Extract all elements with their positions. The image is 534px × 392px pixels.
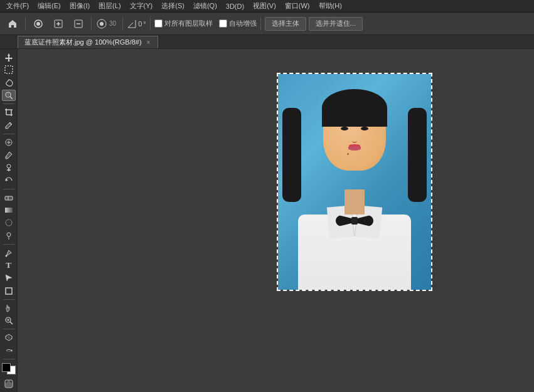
tool-move[interactable] [2, 51, 16, 63]
tab-close-button[interactable]: × [146, 38, 152, 46]
main-area: T [0, 49, 534, 392]
menu-window[interactable]: 窗口(W) [281, 0, 314, 12]
bow-left [336, 215, 351, 227]
tool-eraser[interactable] [2, 192, 16, 203]
color-swatches[interactable] [2, 363, 16, 374]
svg-line-37 [10, 322, 13, 324]
tool-blur[interactable] [2, 217, 16, 228]
face [323, 95, 386, 171]
tool-sep-3 [3, 189, 14, 189]
tab-bar: 蓝底证件照素材.jpg @ 100%(RGB/8#) × [0, 35, 534, 49]
tool-brush[interactable] [2, 149, 16, 161]
tool-quick-select[interactable] [2, 90, 16, 101]
tool-pen[interactable] [2, 247, 16, 258]
tool-healing[interactable] [2, 137, 16, 148]
tool-sep-4 [3, 244, 14, 245]
svg-point-8 [100, 22, 104, 26]
photo-document [278, 74, 431, 290]
tool-type[interactable]: T [2, 260, 16, 271]
svg-marker-34 [6, 275, 12, 281]
subtract-mode-btn[interactable] [70, 15, 87, 33]
brush-size-icon [95, 18, 108, 30]
toolbar-sep-5 [260, 17, 261, 31]
menu-image[interactable]: 图像(I) [66, 0, 93, 12]
tool-clone[interactable] [2, 162, 16, 173]
select-and-mask-button[interactable]: 选并并遗住... [309, 17, 363, 31]
tool-crop[interactable] [2, 107, 16, 118]
menu-view[interactable]: 视图(V) [249, 0, 280, 12]
menu-bar: 文件(F) 编辑(E) 图像(I) 图层(L) 文字(Y) 选择(S) 滤镜(Q… [0, 0, 534, 13]
tool-lasso[interactable] [2, 77, 16, 88]
brush-preset-btn[interactable] [29, 15, 47, 33]
tool-hand[interactable] [2, 302, 16, 314]
svg-rect-27 [5, 196, 13, 200]
tool-eyedropper[interactable] [2, 119, 16, 130]
menu-select[interactable]: 选择(S) [158, 0, 188, 12]
photo-background [278, 74, 431, 290]
menu-type[interactable]: 文字(Y) [126, 0, 157, 12]
add-mode-btn[interactable] [50, 15, 67, 33]
menu-edit[interactable]: 编辑(E) [34, 0, 65, 12]
mole [347, 153, 349, 155]
svg-point-22 [5, 156, 8, 159]
auto-enhance-label[interactable]: 自动增强 [219, 19, 257, 28]
tool-dodge[interactable] [2, 230, 16, 241]
svg-rect-35 [6, 288, 12, 294]
menu-filter[interactable]: 滤镜(Q) [190, 0, 221, 12]
tool-zoom[interactable] [2, 315, 16, 326]
toolbar-sep-1 [25, 17, 26, 31]
svg-point-1 [36, 22, 40, 26]
toolbar: 30 0 ° 对所有图层取样 自动增强 选择主体 选并并遗住... [0, 13, 534, 35]
tool-gradient[interactable] [2, 204, 16, 216]
tool-sep-5 [3, 299, 14, 300]
bow-center [351, 217, 358, 225]
foreground-color-swatch[interactable] [2, 363, 11, 372]
svg-marker-42 [11, 349, 13, 352]
svg-line-12 [10, 97, 13, 99]
mouth [348, 147, 361, 151]
tool-sep-6 [3, 329, 14, 329]
sample-all-layers-label[interactable]: 对所有图层取样 [154, 19, 213, 28]
menu-file[interactable]: 文件(F) [3, 0, 33, 12]
tool-3d[interactable] [2, 332, 16, 343]
select-subject-button[interactable]: 选择主体 [265, 17, 306, 31]
toolbar-sep-4 [150, 17, 151, 31]
svg-point-31 [7, 233, 11, 236]
menu-help[interactable]: 帮助(H) [315, 0, 346, 12]
menu-3d[interactable]: 3D(D) [222, 1, 248, 11]
eye-left [341, 127, 348, 130]
tool-panel: T [0, 49, 18, 392]
auto-enhance-checkbox[interactable] [219, 19, 227, 28]
tool-quick-mask[interactable] [2, 378, 16, 389]
tool-sep-2 [3, 134, 14, 134]
bow-right [358, 215, 373, 227]
sample-all-layers-checkbox[interactable] [154, 19, 163, 28]
svg-marker-9 [5, 53, 13, 61]
tool-path-select[interactable] [2, 272, 16, 283]
svg-rect-10 [5, 66, 13, 73]
home-button[interactable] [4, 15, 21, 33]
canvas-area[interactable] [18, 49, 534, 392]
person-figure [292, 95, 417, 290]
svg-rect-29 [5, 208, 13, 213]
toolbar-sep-2 [91, 17, 92, 31]
document-tab[interactable]: 蓝底证件照素材.jpg @ 100%(RGB/8#) × [18, 36, 158, 48]
hair-left [282, 108, 301, 202]
tool-sep-7 [3, 359, 14, 359]
eye-right [361, 127, 368, 130]
shirt [298, 215, 411, 290]
menu-layer[interactable]: 图层(L) [95, 0, 124, 12]
neck [344, 189, 365, 215]
svg-marker-26 [6, 179, 8, 181]
tool-rotate-3d[interactable] [2, 344, 16, 356]
tool-marquee[interactable] [2, 64, 16, 75]
hair-right [408, 108, 427, 202]
tool-history[interactable] [2, 174, 16, 186]
angle-value: 0 [138, 20, 142, 28]
brush-size-value: 30 [109, 20, 116, 27]
hair-top [322, 89, 387, 127]
tool-shape[interactable] [2, 285, 16, 297]
svg-point-30 [6, 220, 12, 226]
toolbar-sep-3 [122, 17, 123, 31]
svg-point-33 [5, 255, 7, 257]
